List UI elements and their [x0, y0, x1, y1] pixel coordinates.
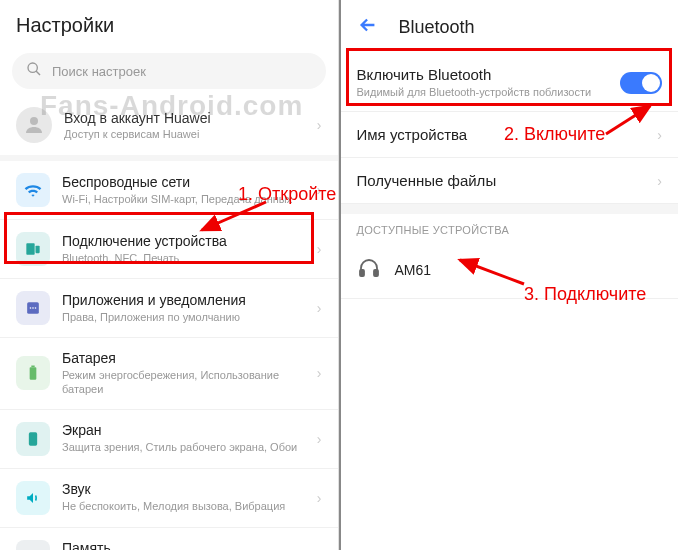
setting-subtitle: Права, Приложения по умолчанию [62, 310, 305, 324]
setting-row-storage[interactable]: Память Память, Очистка памяти › [0, 528, 338, 550]
chevron-right-icon: › [657, 173, 662, 189]
search-icon [26, 61, 42, 81]
bt-enable-subtitle: Видимый для Bluetooth-устройств поблизос… [357, 85, 611, 99]
svg-point-0 [28, 63, 37, 72]
setting-row-wireless[interactable]: Беспроводные сети Wi-Fi, Настройки SIM-к… [0, 161, 338, 220]
svg-point-8 [35, 307, 37, 309]
settings-panel: Настройки Поиск настроек Вход в аккаунт … [0, 0, 339, 550]
battery-icon [16, 356, 50, 390]
device-name: AM61 [395, 262, 432, 278]
bt-enable-title: Включить Bluetooth [357, 66, 611, 83]
account-row[interactable]: Вход в аккаунт Huawei Доступ к сервисам … [0, 95, 338, 161]
setting-title: Экран [62, 422, 305, 438]
svg-rect-10 [31, 366, 34, 368]
received-files-row[interactable]: Полученные файлы › [341, 158, 679, 204]
setting-row-battery[interactable]: Батарея Режим энергосбережения, Использо… [0, 338, 338, 410]
device-name-label: Имя устройства [357, 126, 658, 143]
setting-subtitle: Защита зрения, Стиль рабочего экрана, Об… [62, 440, 305, 454]
setting-title: Память [62, 540, 305, 550]
apps-icon [16, 291, 50, 325]
avatar [16, 107, 52, 143]
chevron-right-icon: › [317, 300, 322, 316]
chevron-right-icon: › [317, 241, 322, 257]
chevron-right-icon: › [317, 490, 322, 506]
bluetooth-toggle[interactable] [620, 72, 662, 94]
bluetooth-enable-row: Включить Bluetooth Видимый для Bluetooth… [341, 54, 679, 112]
sound-icon [16, 481, 50, 515]
svg-rect-9 [30, 367, 37, 380]
chevron-right-icon: › [317, 117, 322, 133]
headphones-icon [357, 256, 381, 284]
setting-title: Беспроводные сети [62, 174, 305, 190]
svg-rect-4 [36, 246, 40, 254]
bluetooth-title: Bluetooth [399, 17, 475, 38]
available-devices-header: ДОСТУПНЫЕ УСТРОЙСТВА [341, 214, 679, 242]
svg-rect-14 [360, 270, 364, 276]
chevron-right-icon: › [657, 127, 662, 143]
svg-point-6 [32, 307, 34, 309]
setting-row-display[interactable]: Экран Защита зрения, Стиль рабочего экра… [0, 410, 338, 469]
wifi-icon [16, 173, 50, 207]
device-row-am61[interactable]: AM61 [341, 242, 679, 299]
setting-row-sound[interactable]: Звук Не беспокоить, Мелодия вызова, Вибр… [0, 469, 338, 528]
svg-point-7 [30, 307, 32, 309]
display-icon [16, 422, 50, 456]
svg-rect-15 [374, 270, 378, 276]
setting-title: Приложения и уведомления [62, 292, 305, 308]
svg-rect-3 [26, 243, 34, 255]
search-placeholder: Поиск настроек [52, 64, 146, 79]
account-subtitle: Доступ к сервисам Huawei [64, 128, 305, 140]
setting-title: Батарея [62, 350, 305, 366]
setting-row-device-connection[interactable]: Подключение устройства Bluetooth, NFC, П… [0, 220, 338, 279]
storage-icon [16, 540, 50, 550]
received-files-label: Полученные файлы [357, 172, 658, 189]
svg-rect-11 [29, 432, 37, 445]
settings-title: Настройки [0, 0, 338, 47]
search-bar[interactable]: Поиск настроек [12, 53, 326, 89]
devices-icon [16, 232, 50, 266]
svg-line-1 [36, 71, 40, 75]
setting-subtitle: Bluetooth, NFC, Печать [62, 251, 305, 265]
chevron-right-icon: › [317, 365, 322, 381]
account-title: Вход в аккаунт Huawei [64, 110, 305, 126]
setting-subtitle: Не беспокоить, Мелодия вызова, Вибрация [62, 499, 305, 513]
setting-title: Подключение устройства [62, 233, 305, 249]
device-name-row[interactable]: Имя устройства › [341, 112, 679, 158]
back-button[interactable] [357, 14, 379, 40]
chevron-right-icon: › [317, 431, 322, 447]
setting-subtitle: Режим энергосбережения, Использование ба… [62, 368, 305, 397]
svg-point-2 [30, 117, 38, 125]
setting-row-apps[interactable]: Приложения и уведомления Права, Приложен… [0, 279, 338, 338]
bluetooth-panel: Bluetooth Включить Bluetooth Видимый для… [339, 0, 679, 550]
chevron-right-icon: › [317, 182, 322, 198]
setting-subtitle: Wi-Fi, Настройки SIM-карт, Передача данн… [62, 192, 305, 206]
setting-title: Звук [62, 481, 305, 497]
